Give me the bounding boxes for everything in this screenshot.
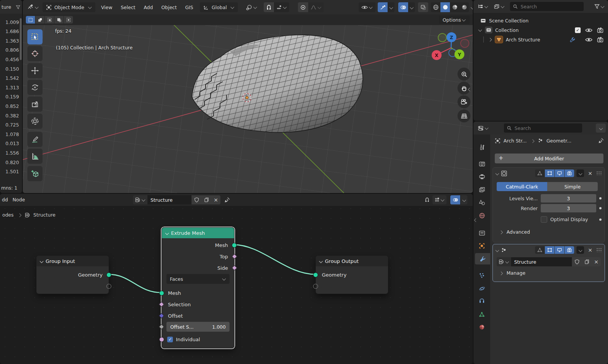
tab-physics[interactable] [473,283,490,294]
node-group-name-field[interactable]: Structure [511,257,572,266]
shading-material-button[interactable] [450,2,459,12]
snap-toggle[interactable] [264,2,274,12]
unlink-button[interactable]: × [211,195,220,204]
spreadsheet-scrollbar[interactable] [20,18,22,60]
toggle-render[interactable] [565,246,574,254]
select-mode-subtract[interactable] [45,16,54,24]
keyframe-dot[interactable] [599,197,602,199]
advanced-section-header[interactable]: Advanced [498,229,530,235]
tool-move[interactable] [27,63,43,78]
select-mode-new[interactable] [26,16,35,24]
levels-viewport-field[interactable]: 3 [541,194,596,203]
tool-scale[interactable] [27,97,43,112]
tab-constraints[interactable] [473,296,490,307]
panel-collapse-chevron[interactable] [496,248,499,252]
unlink-button[interactable]: × [592,257,601,266]
gizmos-dropdown[interactable] [388,2,394,12]
options-dropdown[interactable]: Options [439,16,470,24]
modifier-extras-dropdown[interactable] [576,169,584,177]
tool-annotate[interactable] [27,132,43,147]
tool-cursor[interactable] [27,46,43,61]
tab-output[interactable] [473,171,490,182]
socket-virtual[interactable] [313,284,318,289]
overlays-dropdown[interactable] [408,2,415,12]
node-overlays-dropdown[interactable] [461,195,467,204]
socket-mesh-out[interactable] [232,243,237,248]
collapse-chevron[interactable] [478,28,482,32]
pin-icon[interactable] [598,138,604,144]
menu-object[interactable]: Object [157,5,180,10]
modifier-drag-handle[interactable] [596,171,602,176]
disable-render-icon[interactable] [597,27,603,33]
shading-solid-button[interactable] [440,2,450,12]
tab-scene[interactable] [473,197,490,208]
shading-wireframe-button[interactable] [431,2,440,12]
select-mode-extend[interactable] [35,16,44,24]
tab-object[interactable] [473,240,490,252]
menu-node[interactable]: Node [13,197,25,203]
panel-collapse-chevron[interactable] [496,171,499,175]
new-datablock-button[interactable] [201,195,211,204]
node-group-output[interactable]: Group Output Geometry [315,255,388,294]
gizmo-axis-neg-y[interactable] [438,33,446,42]
socket-virtual[interactable] [106,284,111,289]
breadcrumb-nodes[interactable]: Geometr... [546,138,572,144]
falloff-dropdown[interactable] [308,2,324,12]
tab-particles[interactable] [473,270,490,281]
disable-render-icon[interactable] [597,37,603,43]
extrude-mode-select[interactable]: Faces [166,274,230,284]
tool-transform[interactable] [27,114,43,129]
manage-section-header[interactable]: Manage [498,270,526,276]
camera-view-button[interactable] [458,95,470,108]
node-tree-browse[interactable] [133,195,147,204]
outliner-display-mode[interactable] [492,2,507,11]
shading-dropdown[interactable] [469,2,473,12]
levels-render-field[interactable]: 3 [541,204,596,212]
pan-button[interactable] [458,82,470,95]
node-group-input[interactable]: Group Input Geometry [36,255,109,294]
snap-with-dropdown[interactable] [274,2,289,12]
menu-select[interactable]: Select [117,5,139,10]
toggle-edit-mode[interactable] [545,169,554,177]
editor-type-button[interactable] [25,3,41,12]
tab-modifiers[interactable] [475,253,490,264]
hide-eye-icon[interactable] [585,37,592,43]
menu-view[interactable]: View [97,5,116,10]
overlays-toggle[interactable] [398,2,408,12]
viewport-canvas[interactable]: Z X Y fps: 24 (105) Collection | Arch St… [23,25,473,193]
gizmos-toggle[interactable] [378,2,388,12]
expand-chevron[interactable] [488,38,492,41]
pivot-dropdown[interactable] [243,2,260,12]
mode-dropdown[interactable]: Object Mode [43,2,95,12]
breadcrumb-object[interactable]: Arch Str... [504,138,527,144]
pin-icon[interactable] [224,197,230,203]
socket-mesh-in[interactable] [159,291,164,296]
node-tree-name-field[interactable]: Structure [147,195,192,204]
orientation-dropdown[interactable]: Global [200,2,238,12]
visibility-dropdown[interactable] [359,2,375,12]
xray-toggle[interactable] [418,2,428,12]
proportional-edit-toggle[interactable] [298,2,308,12]
properties-search[interactable] [504,123,582,133]
socket-offset-scale-in[interactable] [159,324,164,329]
properties-editor-type[interactable] [476,123,491,133]
select-mode-invert[interactable] [54,16,63,24]
toggle-render[interactable] [565,169,574,177]
optimal-display-checkbox[interactable] [541,216,547,223]
individual-checkbox[interactable]: ✓ [167,337,173,342]
gizmo-axis-neg-x[interactable] [461,39,469,47]
shading-rendered-button[interactable] [459,2,469,12]
modifier-wrench-icon[interactable] [570,37,575,43]
menu-add-clipped[interactable]: dd [2,197,8,203]
keyframe-dot[interactable] [599,218,602,221]
fake-user-button[interactable] [572,257,582,266]
modifier-close-button[interactable]: × [586,169,594,177]
fake-user-button[interactable] [192,195,201,204]
new-datablock-button[interactable] [582,257,592,266]
socket-individual-in[interactable] [159,337,164,342]
tool-measure[interactable] [27,149,43,164]
socket-geometry-in[interactable] [313,272,318,277]
tab-collection[interactable] [473,227,490,239]
menu-gis[interactable]: GIS [181,5,197,10]
modifier-drag-handle[interactable] [596,248,602,252]
